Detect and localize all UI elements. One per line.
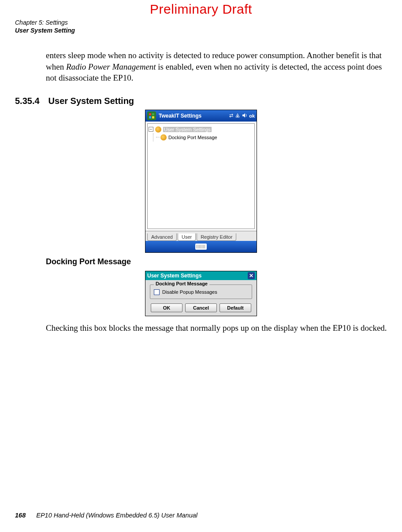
connection-icon[interactable]: ⇄ [229, 113, 233, 118]
tweakit-titlebar: TweakIT Settings ⇄ ok [145, 110, 257, 122]
tab-registry-editor[interactable]: Registry Editor [197, 233, 236, 241]
page-number: 168 [15, 512, 26, 519]
svg-rect-0 [149, 113, 151, 115]
start-icon[interactable] [147, 111, 156, 120]
cancel-button[interactable]: Cancel [185, 303, 217, 312]
page-footer: 168 EP10 Hand-Held (Windows Embedded 6.5… [15, 512, 197, 519]
dialog-titlebar: User System Settings ✕ [145, 271, 257, 280]
tree-gear-icon [155, 126, 161, 133]
tree-child-row[interactable]: Docking Port Message [156, 133, 253, 141]
tab-advanced[interactable]: Advanced [147, 233, 177, 241]
svg-rect-2 [149, 116, 151, 118]
tree-gear-icon [160, 134, 167, 140]
page-header: Chapter 5: Settings User System Setting [15, 18, 75, 34]
subheading-docking-port: Docking Port Message [46, 257, 387, 266]
intro-paragraph: enters sleep mode when no activity is de… [46, 50, 387, 84]
bottom-bar [145, 241, 257, 252]
svg-rect-1 [152, 113, 154, 115]
header-section: User System Setting [15, 26, 75, 34]
close-icon[interactable]: ✕ [248, 272, 255, 279]
user-system-settings-dialog: User System Settings ✕ Docking Port Mess… [145, 271, 257, 316]
watermark-text: Preliminary Draft [0, 2, 402, 17]
dialog-title: User System Settings [147, 273, 201, 279]
tweakit-window-title: TweakIT Settings [159, 113, 201, 119]
section-heading: 5.35.4 User System Setting [15, 96, 387, 106]
keyboard-icon[interactable] [195, 244, 207, 250]
disable-popup-checkbox[interactable] [154, 289, 160, 295]
section-number: 5.35.4 [15, 96, 46, 106]
ok-button[interactable]: ok [249, 113, 255, 118]
svg-rect-3 [152, 116, 154, 118]
intro-italic: Radio Power Management [66, 62, 156, 71]
svg-rect-4 [237, 115, 238, 117]
default-button[interactable]: Default [220, 303, 251, 312]
tweakit-screenshot: TweakIT Settings ⇄ ok − User System Sett… [145, 110, 257, 253]
tree-child-label[interactable]: Docking Port Message [168, 135, 217, 140]
manual-title: EP10 Hand-Held (Windows Embedded 6.5) Us… [36, 512, 197, 519]
volume-icon[interactable] [242, 113, 247, 119]
section-title: User System Setting [48, 96, 134, 106]
checkbox-label: Disable Popup Messages [162, 289, 217, 295]
tree-root-row[interactable]: − User System Settings [149, 126, 253, 133]
tree-view[interactable]: − User System Settings Docking Port Mess… [147, 123, 255, 229]
closing-paragraph: Checking this box blocks the message tha… [46, 322, 387, 334]
signal-icon[interactable] [235, 113, 240, 119]
tabstrip: Advanced User Registry Editor [145, 231, 257, 241]
tab-user[interactable]: User [178, 233, 196, 241]
ok-button[interactable]: OK [151, 303, 182, 312]
group-title: Docking Port Message [154, 281, 209, 286]
header-chapter: Chapter 5: Settings [15, 18, 75, 26]
tree-root-label[interactable]: User System Settings [163, 127, 212, 132]
checkbox-row[interactable]: Disable Popup Messages [154, 289, 248, 295]
docking-port-group: Docking Port Message Disable Popup Messa… [150, 284, 252, 299]
tree-collapse-icon[interactable]: − [149, 127, 153, 132]
